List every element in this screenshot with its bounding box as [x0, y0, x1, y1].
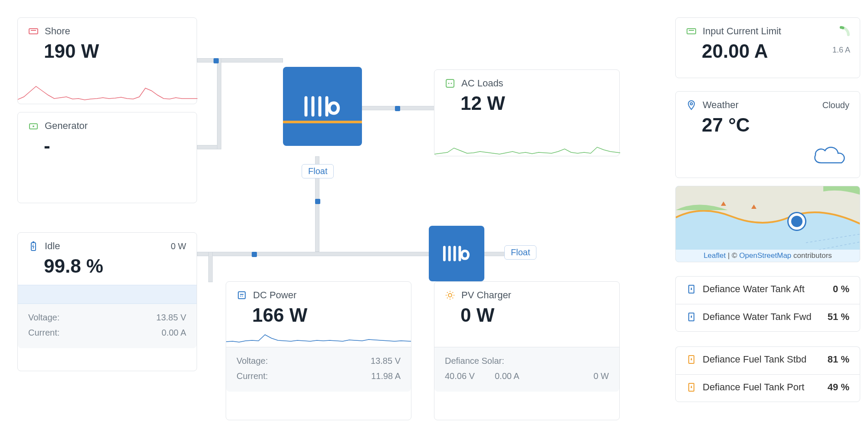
battery-icon: [28, 241, 39, 251]
flow-line: [197, 252, 434, 256]
pvcharger-value: 0 W: [460, 304, 609, 326]
svg-point-5: [448, 83, 450, 84]
generator-label: Generator: [45, 120, 88, 132]
cloud-icon: [810, 141, 849, 167]
dcpower-current-label: Current:: [237, 371, 268, 381]
pv-array-voltage: 40.06 V: [445, 371, 475, 381]
tank-value: 81 %: [828, 354, 849, 365]
tank-fuel-stbd-card[interactable]: Defiance Fuel Tank Stbd 81 %: [675, 346, 860, 374]
pvcharger-card[interactable]: PV Charger 0 W Defiance Solar: 40.06 V 0…: [434, 281, 620, 420]
svg-rect-22: [687, 29, 696, 34]
sun-icon: [445, 290, 455, 300]
dc-icon: [237, 290, 247, 300]
svg-point-6: [451, 83, 452, 84]
svg-rect-8: [33, 241, 34, 243]
svg-rect-0: [29, 29, 38, 34]
location-icon: [686, 100, 697, 110]
victron-logo-icon: [301, 94, 344, 119]
tank-water-aft-card[interactable]: Defiance Water Tank Aft 0 %: [675, 276, 860, 304]
battery-voltage-value: 13.85 V: [156, 313, 186, 323]
tank-label: Defiance Water Tank Aft: [703, 284, 805, 295]
tank-fuel-port-card[interactable]: Defiance Fuel Tank Port 49 %: [675, 374, 860, 402]
tank-icon: [686, 382, 697, 392]
battery-card[interactable]: Idle 0 W 99.8 % Voltage: 13.85 V Current…: [17, 232, 197, 371]
flow-dot: [395, 106, 400, 111]
tank-icon: [686, 312, 697, 322]
battery-current-value: 0.00 A: [161, 328, 186, 338]
weather-temperature: 27 °C: [702, 114, 849, 136]
tank-icon: [686, 284, 697, 294]
dcpower-value: 166 W: [252, 304, 401, 326]
flow-dot: [214, 58, 219, 63]
dcpower-card[interactable]: DC Power 166 W Voltage: 13.85 V Current:…: [226, 281, 411, 420]
flow-line: [208, 252, 213, 282]
battery-voltage-label: Voltage:: [28, 313, 59, 323]
flow-line: [197, 58, 283, 63]
acloads-icon: [445, 78, 455, 89]
map-marker: [789, 213, 805, 230]
shore-icon: [28, 26, 39, 36]
pv-array-current: 0.00 A: [495, 371, 519, 381]
input-limit-card[interactable]: Input Current Limit 20.00 A 1.6 A: [675, 17, 860, 78]
flow-dot: [252, 252, 257, 257]
svg-point-24: [690, 103, 693, 105]
svg-point-13: [448, 293, 452, 297]
shore-label: Shore: [45, 26, 70, 37]
inverter-box[interactable]: [283, 67, 362, 146]
tank-icon: [686, 354, 697, 365]
victron-logo-icon: [441, 244, 473, 263]
weather-condition: Cloudy: [822, 100, 849, 110]
tank-label: Defiance Water Tank Fwd: [703, 311, 812, 323]
tank-water-fwd-card[interactable]: Defiance Water Tank Fwd 51 %: [675, 304, 860, 332]
svg-rect-4: [446, 79, 454, 87]
input-limit-label: Input Current Limit: [703, 26, 781, 37]
acloads-label: AC Loads: [461, 78, 503, 89]
weather-label: Weather: [703, 99, 739, 111]
svg-line-18: [447, 292, 448, 293]
gauge-value: 1.6 A: [832, 46, 850, 55]
svg-line-20: [447, 298, 448, 299]
flow-dot: [315, 199, 320, 204]
input-limit-value: 20.00 A: [702, 40, 849, 62]
leaflet-link[interactable]: Leaflet: [704, 251, 726, 260]
mppt-status-badge: Float: [504, 245, 536, 260]
tank-value: 49 %: [828, 382, 849, 393]
tank-label: Defiance Fuel Tank Port: [703, 382, 804, 393]
map-card[interactable]: Leaflet | © OpenStreetMap contributors: [675, 186, 860, 262]
tank-value: 0 %: [833, 284, 849, 295]
battery-current-label: Current:: [28, 328, 59, 338]
acloads-card[interactable]: AC Loads 12 W: [434, 69, 620, 156]
acloads-sparkline: [434, 135, 620, 156]
battery-status-label: Idle: [45, 241, 60, 252]
generator-card[interactable]: Generator -: [17, 112, 197, 203]
svg-point-3: [33, 125, 34, 127]
shore-value: 190 W: [44, 40, 186, 62]
svg-rect-9: [238, 292, 245, 299]
shore-sparkline: [18, 83, 197, 104]
battery-soc: 99.8 %: [44, 255, 186, 277]
mppt-box[interactable]: [429, 226, 484, 281]
dcpower-voltage-value: 13.85 V: [371, 356, 401, 366]
shore-card[interactable]: Shore 190 W: [17, 17, 197, 104]
svg-line-19: [453, 298, 454, 299]
acloads-value: 12 W: [460, 92, 609, 114]
pv-array-power: 0 W: [593, 371, 609, 381]
dcpower-voltage-label: Voltage:: [237, 356, 268, 366]
svg-line-21: [453, 292, 454, 293]
inverter-status-badge: Float: [302, 164, 334, 178]
limit-icon: [686, 26, 697, 36]
gauge-icon: [832, 26, 850, 44]
flow-line: [217, 58, 221, 149]
generator-value: -: [44, 135, 186, 157]
dcpower-sparkline: [226, 326, 411, 347]
map-attribution: Leaflet | © OpenStreetMap contributors: [676, 250, 860, 262]
pv-array-label: Defiance Solar:: [445, 356, 504, 366]
tank-value: 51 %: [828, 311, 849, 323]
osm-link[interactable]: OpenStreetMap: [739, 251, 791, 260]
weather-card[interactable]: Weather Cloudy 27 °C: [675, 91, 860, 178]
dcpower-label: DC Power: [253, 290, 296, 301]
dcpower-current-value: 11.98 A: [371, 371, 401, 381]
pvcharger-label: PV Charger: [461, 290, 511, 301]
flow-line: [483, 252, 505, 256]
tank-label: Defiance Fuel Tank Stbd: [703, 354, 806, 365]
